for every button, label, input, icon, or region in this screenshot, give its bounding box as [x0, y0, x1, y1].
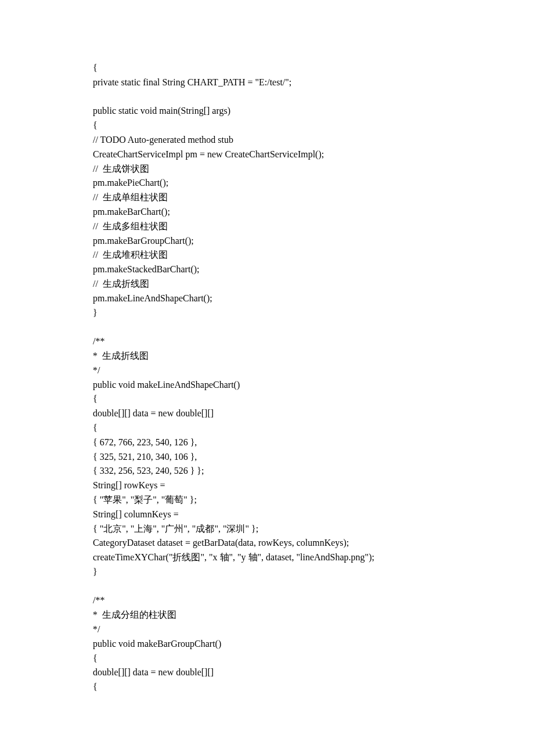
code-line: pm.makeBarChart();	[93, 205, 441, 219]
code-block: { private static final String CHART_PATH…	[93, 61, 441, 694]
code-line: {	[93, 392, 441, 406]
code-line: createTimeXYChar("折线图", "x 轴", "y 轴", da…	[93, 550, 441, 565]
code-line: * 生成分组的柱状图	[93, 608, 441, 622]
code-line: public void makeBarGroupChart()	[93, 637, 441, 651]
code-line: double[][] data = new double[][]	[93, 665, 441, 680]
document-page: { private static final String CHART_PATH…	[0, 0, 534, 756]
code-line: }	[93, 565, 441, 579]
code-line: CreateChartServiceImpl pm = new CreateCh…	[93, 147, 441, 162]
code-line: /**	[93, 593, 441, 608]
code-line: {	[93, 680, 441, 694]
code-line: String[] rowKeys =	[93, 478, 441, 493]
code-line	[93, 90, 441, 105]
code-line: // TODO Auto-generated method stub	[93, 133, 441, 147]
code-line: * 生成折线图	[93, 349, 441, 363]
code-line: pm.makeBarGroupChart();	[93, 234, 441, 249]
code-line: }	[93, 306, 441, 321]
code-line: { "苹果", "梨子", "葡萄" };	[93, 493, 441, 507]
code-line: pm.makeStackedBarChart();	[93, 262, 441, 277]
code-line	[93, 320, 441, 334]
code-line: */	[93, 622, 441, 637]
code-line: { "北京", "上海", "广州", "成都", "深圳" };	[93, 522, 441, 537]
code-line: private static final String CHART_PATH =…	[93, 75, 441, 90]
code-line: // 生成饼状图	[93, 162, 441, 177]
code-line: {	[93, 118, 441, 133]
code-line: // 生成折线图	[93, 277, 441, 291]
code-line: */	[93, 363, 441, 378]
code-line: { 672, 766, 223, 540, 126 },	[93, 435, 441, 450]
code-line: // 生成堆积柱状图	[93, 248, 441, 262]
code-line: pm.makePieChart();	[93, 176, 441, 190]
code-line: String[] columnKeys =	[93, 507, 441, 522]
code-line: public static void main(String[] args)	[93, 104, 441, 118]
code-line: double[][] data = new double[][]	[93, 406, 441, 421]
code-line: { 325, 521, 210, 340, 106 },	[93, 450, 441, 465]
code-line: public void makeLineAndShapeChart()	[93, 378, 441, 393]
code-line: {	[93, 61, 441, 75]
code-line: // 生成多组柱状图	[93, 219, 441, 234]
code-line: // 生成单组柱状图	[93, 190, 441, 205]
code-line: pm.makeLineAndShapeChart();	[93, 291, 441, 306]
code-line: {	[93, 651, 441, 666]
code-line: {	[93, 421, 441, 435]
code-line: /**	[93, 334, 441, 349]
code-line: CategoryDataset dataset = getBarData(dat…	[93, 536, 441, 550]
code-line: { 332, 256, 523, 240, 526 } };	[93, 464, 441, 478]
code-line	[93, 579, 441, 594]
